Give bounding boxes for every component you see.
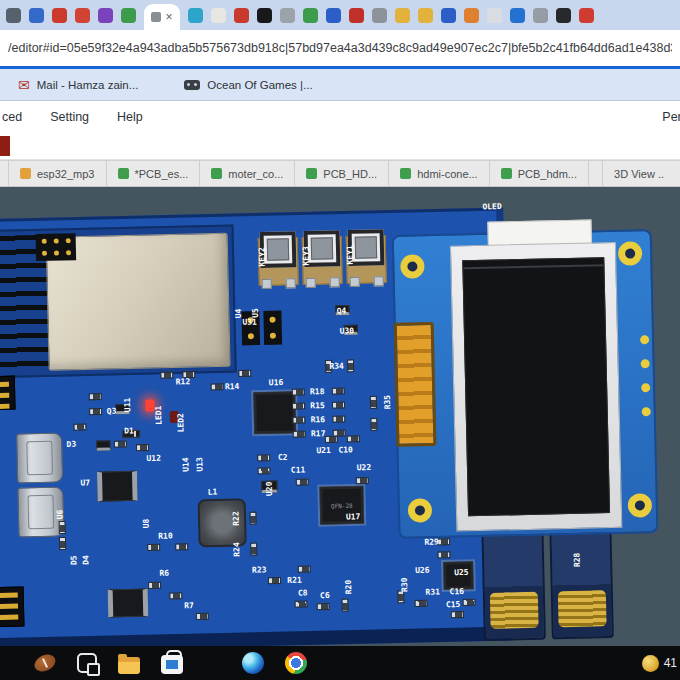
doc-tab-label: *PCB_es... [135,168,189,180]
bookmark-label: Ocean Of Games |... [207,79,312,91]
document-tabs[interactable]: esp32_mp3*PCB_es...moter_co...PCB_HD...h… [0,160,680,187]
tab-strip[interactable]: × [0,0,680,30]
browser-tab-favicon[interactable] [29,8,44,23]
doc-tab-label: 3D View .. [614,168,664,180]
record-indicator [0,136,10,156]
oled-screen [462,257,610,516]
menu-item-advanced[interactable]: ced [2,110,22,124]
browser-tab-favicon[interactable] [6,8,21,23]
audio-jack-2 [549,526,614,639]
doc-tab-icon [501,168,512,179]
jumper-header [263,310,282,344]
browser-tab-favicon[interactable] [579,8,594,23]
button-key3 [300,230,345,289]
led2 [170,411,179,423]
browser-tab-favicon[interactable] [257,8,272,23]
mounting-hole [400,254,425,279]
doc-tab-7[interactable]: 3D View .. [602,161,680,186]
audio-jack-1 [481,528,546,641]
doc-tab-label: hdmi-cone... [417,168,478,180]
taskbar-edge-icon[interactable] [242,652,264,674]
menu-item-personal[interactable]: Pers [662,110,680,124]
oled-flex-connector [394,322,437,447]
jumper-header [241,311,260,345]
mounting-hole [408,498,433,523]
menu-item-help[interactable]: Help [117,110,143,124]
doc-tab-icon [400,168,411,179]
page-favicon [151,12,161,22]
browser-tab-favicon[interactable] [487,8,502,23]
browser-tab-favicon[interactable] [441,8,456,23]
taskbar-icons [34,652,307,674]
bookmark-ocean-of-games[interactable]: Ocean Of Games |... [184,79,312,91]
bookmarks-bar: ✉ Mail - Hamza zain... Ocean Of Games |.… [0,69,680,101]
oled-frame [450,242,622,532]
windows-taskbar: 41 [0,646,680,680]
browser-active-tab[interactable]: × [144,4,180,30]
doc-tab-3[interactable]: moter_co... [200,161,295,186]
doc-tab-6[interactable]: PCB_hdm... [490,161,589,186]
doc-tab-5[interactable]: hdmi-cone... [389,161,490,186]
pcb-scene: QFN-28 OLEDKEY2KEY3KEY1U4U5U31Q4U30R12R1… [0,187,680,646]
browser-tab-favicon[interactable] [303,8,318,23]
doc-tab-label: PCB_HD... [323,168,377,180]
toolbar-row [0,133,680,160]
edge-connector [0,586,24,627]
taskbar-status: 41 [642,646,677,680]
taskbar-store-icon[interactable] [161,655,183,674]
browser-tab-favicon[interactable] [211,8,226,23]
button-key2 [256,231,301,290]
browser-tab-favicon[interactable] [510,8,525,23]
browser-tab-favicon[interactable] [372,8,387,23]
mail-icon: ✉ [18,78,30,92]
doc-tab-2[interactable]: *PCB_es... [107,161,201,186]
doc-tab-icon [211,168,222,179]
browser-tab-favicon[interactable] [556,8,571,23]
address-bar[interactable]: /editor#id=05e59f32e4a943adba5b575673db9… [0,30,680,66]
doc-tab-label: moter_co... [228,168,283,180]
browser-tab-favicon[interactable] [326,8,341,23]
mounting-hole [618,241,643,266]
browser-tab-favicon[interactable] [188,8,203,23]
browser-tab-favicon[interactable] [395,8,410,23]
usb-connector-2 [17,486,64,537]
oled-pin-pads [640,335,649,344]
browser-tab-favicon[interactable] [75,8,90,23]
doc-tab-icon [20,168,31,179]
tab-close-icon[interactable]: × [165,11,172,23]
taskbar-task-view-icon[interactable] [77,653,97,673]
doc-tab-label: PCB_hdm... [518,168,577,180]
doc-tab-icon [118,168,129,179]
browser-tab-favicon[interactable] [52,8,67,23]
bookmark-mail[interactable]: ✉ Mail - Hamza zain... [18,78,138,92]
browser-tab-favicon[interactable] [464,8,479,23]
browser-tab-favicon[interactable] [533,8,548,23]
taskbar-folder-icon[interactable] [118,657,140,674]
status-text: 41 [664,656,677,670]
pin-header [36,233,77,261]
browser-tab-favicon[interactable] [349,8,364,23]
doc-tab-4[interactable]: PCB_HD... [295,161,389,186]
coin-icon[interactable] [642,655,659,672]
taskbar-chrome-icon[interactable] [285,652,307,674]
url-text[interactable]: /editor#id=05e59f32e4a943adba5b575673db9… [8,41,672,55]
menu-item-setting[interactable]: Setting [50,110,89,124]
led1-lit [145,399,154,411]
button-key1 [344,229,389,288]
browser-tab-favicon[interactable] [98,8,113,23]
3d-viewport[interactable]: QFN-28 OLEDKEY2KEY3KEY1U4U5U31Q4U30R12R1… [0,187,680,646]
edge-connector [0,376,16,411]
app-menubar: ced Setting Help Pers [0,101,680,133]
screen: × /editor#id=05e59f32e4a943adba5b575673d… [0,0,680,680]
doc-tab-label: esp32_mp3 [37,168,95,180]
browser-tab-favicon[interactable] [234,8,249,23]
bookmark-label: Mail - Hamza zain... [37,79,139,91]
doc-tab-1[interactable]: esp32_mp3 [8,161,107,186]
browser-tab-favicon[interactable] [418,8,433,23]
taskbar-football-icon[interactable] [32,651,58,674]
usb-connector-1 [16,432,63,483]
inductor-l1 [198,498,247,547]
browser-tab-favicon[interactable] [280,8,295,23]
browser-tab-favicon[interactable] [121,8,136,23]
mounting-hole [628,493,653,518]
